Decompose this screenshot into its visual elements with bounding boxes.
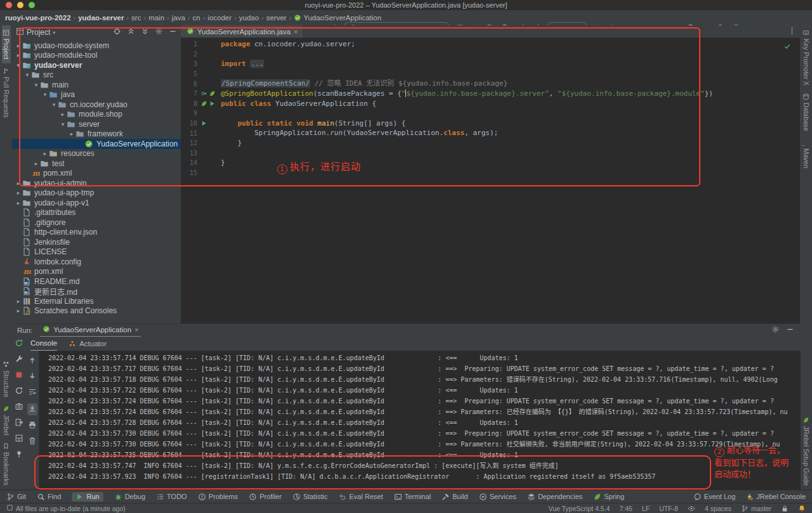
- breadcrumb-item[interactable]: java: [172, 14, 185, 22]
- status-4-spaces[interactable]: 4 spaces: [705, 505, 731, 512]
- code-line[interactable]: 7@SpringBootApplication(scanBasePackages…: [181, 89, 800, 99]
- tree-item-pom-xml[interactable]: mpom.xml: [12, 267, 181, 277]
- project-panel-title[interactable]: Project: [27, 28, 50, 37]
- collup-button[interactable]: [127, 27, 135, 37]
- camera-button[interactable]: [15, 402, 23, 413]
- vcs-status[interactable]: All files are up-to-date (a minute ago): [6, 504, 126, 512]
- tree-item-src[interactable]: ▾src: [12, 70, 181, 81]
- toolwindow-button-profiler[interactable]: Profiler: [249, 493, 282, 501]
- breadcrumb-item[interactable]: server: [266, 14, 287, 22]
- code-line[interactable]: 6/SpringComponentScan/ // 忽略 IDEA 无法识别 $…: [181, 79, 800, 89]
- print-button[interactable]: [28, 420, 37, 431]
- code-line[interactable]: 10 public static void main(String[] args…: [181, 119, 800, 129]
- tool-strip-maven[interactable]: mMaven: [802, 135, 811, 172]
- minus-button[interactable]: [169, 27, 177, 37]
- breadcrumb-item[interactable]: yudao: [239, 14, 259, 22]
- tree-item-resources[interactable]: ▸resources: [12, 149, 181, 159]
- toolwindow-button-todo[interactable]: TODO: [156, 493, 187, 501]
- status-lock[interactable]: [781, 505, 789, 512]
- tool-strip-jrebel-setup-guide[interactable]: JRebel Setup Guide: [802, 413, 811, 490]
- chevron-right-icon[interactable]: ▸: [15, 52, 22, 58]
- wrench-button[interactable]: [15, 354, 23, 365]
- run-config-tab[interactable]: YudaoServerApplication ×: [40, 323, 141, 337]
- code-line[interactable]: 3import ...: [181, 59, 800, 69]
- chevron-right-icon[interactable]: ▸: [32, 160, 40, 167]
- down-button[interactable]: [28, 372, 37, 382]
- tree-item-java[interactable]: ▾java: [12, 90, 181, 100]
- tree-item-yudao-ui-admin[interactable]: ▸yudao-ui-admin: [12, 178, 181, 188]
- chevron-down-icon[interactable]: ▾: [59, 121, 67, 127]
- status-eye[interactable]: [688, 505, 695, 512]
- tree-item-yudaoserverapplication[interactable]: YudaoServerApplication: [12, 139, 181, 149]
- play-icon[interactable]: [209, 100, 216, 107]
- close-icon[interactable]: ×: [294, 28, 298, 36]
- tree-item-external-libraries[interactable]: ▸External Libraries: [12, 296, 181, 306]
- chevron-down-icon[interactable]: ▾: [53, 30, 55, 36]
- minimize-window-button[interactable]: [17, 2, 23, 8]
- chevron-right-icon[interactable]: ▸: [15, 190, 22, 196]
- tree-item-test[interactable]: ▸test: [12, 159, 181, 169]
- gear-button[interactable]: [771, 325, 780, 335]
- toolwindow-button-problems[interactable]: Problems: [198, 493, 238, 501]
- breadcrumb-item[interactable]: iocoder: [207, 14, 232, 22]
- chevron-down-icon[interactable]: ▾: [41, 91, 49, 98]
- tree-item-yudao-ui-app-v1[interactable]: ▸yudao-ui-app-v1: [12, 198, 181, 208]
- chevron-right-icon[interactable]: ▸: [41, 150, 49, 157]
- code-line[interactable]: 5: [181, 69, 800, 79]
- code-line[interactable]: 15: [181, 168, 800, 178]
- chevron-down-icon[interactable]: ▾: [32, 82, 40, 88]
- minus-button[interactable]: [786, 325, 794, 335]
- zoom-window-button[interactable]: [29, 2, 35, 8]
- tree-item-http-client-env-json[interactable]: http-client.env.json: [12, 228, 181, 238]
- code-line[interactable]: 12 }: [181, 138, 800, 148]
- toolwindow-button-jrebel-console[interactable]: JRebel Console: [745, 493, 806, 501]
- status-master[interactable]: master: [741, 505, 771, 512]
- code-line[interactable]: 14}: [181, 158, 800, 168]
- exit-button[interactable]: [15, 418, 23, 429]
- toolwindow-button-services[interactable]: Services: [479, 493, 516, 501]
- up-button[interactable]: [28, 356, 37, 367]
- tree-item-pom-xml[interactable]: mpom.xml: [12, 169, 181, 179]
- stop-button[interactable]: [15, 370, 23, 381]
- tree-item-framework[interactable]: ▸framework: [12, 129, 181, 140]
- tree-item-yudao-module-tool[interactable]: ▸yudao-module-tool: [12, 51, 181, 61]
- tree-item-license[interactable]: LICENSE: [12, 247, 181, 257]
- tree-item-scratches-and-consoles[interactable]: ▸Scratches and Consoles: [12, 306, 181, 316]
- tool-strip-key-promoter-x[interactable]: Key Promoter X: [802, 25, 811, 89]
- leaf-icon[interactable]: [209, 90, 216, 97]
- tree-item-server[interactable]: ▾server: [12, 119, 181, 129]
- toolwindow-button-run[interactable]: Run: [72, 492, 103, 502]
- tool-strip-bookmarks[interactable]: Bookmarks: [2, 439, 11, 490]
- chevron-right-icon[interactable]: ▸: [15, 42, 22, 49]
- breadcrumb-item[interactable]: src: [131, 14, 141, 22]
- tree-item-yudao-module-system[interactable]: ▸yudao-module-system: [12, 41, 181, 51]
- tree-item--gitignore[interactable]: .gitignore: [12, 218, 181, 228]
- code-line[interactable]: 9: [181, 108, 800, 119]
- code-line[interactable]: 13: [181, 148, 800, 159]
- chevron-down-icon[interactable]: ▾: [23, 72, 31, 78]
- restart-button[interactable]: [15, 386, 23, 397]
- editor-tab[interactable]: YudaoServerApplication.java ×: [181, 25, 304, 37]
- tool-strip-database[interactable]: Database: [802, 89, 811, 135]
- toolwindow-button-spring[interactable]: Spring: [593, 493, 624, 501]
- trash-button[interactable]: [28, 436, 37, 447]
- code-line[interactable]: 1package cn.iocoder.yudao.server;: [181, 39, 800, 49]
- tree-item-module-shop[interactable]: ▸module.shop: [12, 110, 181, 120]
- status-vue-typescript-4-5-4[interactable]: Vue TypeScript 4.5.4: [549, 505, 610, 512]
- kebab-menu-icon[interactable]: [788, 27, 796, 37]
- code-area[interactable]: 1package cn.iocoder.yudao.server;23impor…: [181, 39, 800, 178]
- toolwindow-button-build[interactable]: Build: [442, 493, 468, 501]
- tool-strip-structure[interactable]: Structure: [2, 357, 11, 401]
- toolwindow-button-event-log[interactable]: Event Log: [693, 493, 736, 501]
- close-window-button[interactable]: [6, 2, 12, 8]
- console-output[interactable]: 2022-02-04 23:33:57.714 DEBUG 67604 --- …: [39, 351, 801, 490]
- tool-strip-project[interactable]: Project: [2, 25, 11, 63]
- run-panel-tab-console[interactable]: Console: [30, 336, 57, 351]
- gear-button[interactable]: [155, 27, 163, 37]
- toolwindow-button-terminal[interactable]: Terminal: [394, 493, 431, 501]
- tree-item-jenkinsfile[interactable]: Jenkinsfile: [12, 237, 181, 247]
- tool-strip-jrebel[interactable]: JRebel: [2, 401, 11, 439]
- rerun-button[interactable]: [15, 339, 23, 349]
- pin-button[interactable]: [15, 450, 23, 460]
- leaf-icon[interactable]: [200, 100, 207, 107]
